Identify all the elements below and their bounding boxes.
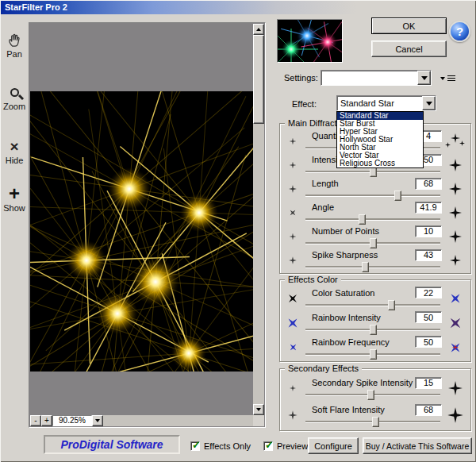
dropdown-item[interactable]: Vector Star	[337, 152, 423, 160]
slider-value-field[interactable]	[415, 336, 442, 348]
preview-frame: - + 90.25%	[29, 22, 266, 428]
x-star-icon	[448, 341, 463, 355]
group-title: Effects Color	[285, 275, 341, 284]
x-icon: ×	[10, 139, 18, 154]
slider-track[interactable]	[304, 390, 442, 400]
dropdown-item[interactable]: Star Burst	[337, 120, 423, 128]
magnifier-icon	[10, 88, 19, 97]
settings-label: Settings:	[284, 73, 318, 83]
window-title-bar: StarFilter Pro 2	[1, 1, 475, 14]
vertical-scroll-thumb[interactable]	[253, 35, 264, 124]
dropdown-item[interactable]: Standard Star	[337, 112, 423, 120]
ok-button[interactable]: OK	[371, 17, 447, 34]
slider-track[interactable]	[304, 349, 442, 360]
small-star-icon	[290, 138, 297, 145]
checkbox-box[interactable]: ✓	[190, 441, 200, 451]
slider-label: Color Saturation	[312, 288, 375, 298]
slider-value-field[interactable]	[415, 178, 442, 190]
slider-label: Secondary Spike Intensity	[312, 378, 413, 387]
slider-thumb[interactable]	[394, 191, 401, 201]
slider-thumb[interactable]	[370, 325, 377, 335]
slider-thumb[interactable]	[388, 300, 395, 310]
large-star-icon	[449, 230, 462, 243]
hide-tool-button[interactable]: × Hide	[0, 137, 29, 165]
slider-thumb[interactable]	[372, 417, 379, 427]
effects-color-group: Effects Color Color Saturation Rainbow I…	[279, 279, 471, 362]
preview-vertical-scrollbar[interactable]	[253, 24, 264, 415]
x-star-icon	[284, 314, 302, 332]
small-star-icon	[290, 162, 297, 169]
preview-canvas[interactable]	[30, 24, 255, 417]
effect-dropdown-list[interactable]: Standard Star Star Burst Hyper Star Holl…	[336, 111, 424, 168]
slider-track[interactable]	[304, 325, 442, 335]
zoom-level-display: 90.25%	[52, 415, 92, 426]
slider-groove	[305, 266, 440, 268]
slider-track[interactable]	[304, 191, 442, 201]
logo-text: ProDigital Software	[60, 438, 163, 451]
large-star-icon	[450, 255, 461, 266]
pan-tool-button[interactable]: Pan	[0, 30, 29, 59]
slider-thumb[interactable]	[359, 214, 366, 225]
slider-label: Soft Flare Intensity	[312, 405, 385, 414]
slider-track[interactable]	[304, 417, 442, 427]
slider-track[interactable]	[304, 238, 442, 248]
dropdown-item[interactable]: Hyper Star	[337, 128, 423, 136]
scroll-up-button[interactable]	[253, 24, 264, 35]
slider-value-field[interactable]	[415, 311, 442, 323]
zoom-dropdown-button[interactable]	[92, 415, 103, 426]
large-star-icon	[449, 206, 462, 219]
dropdown-item[interactable]: Hollywood Star	[337, 136, 423, 144]
pan-tool-label: Pan	[0, 49, 29, 59]
slider-track[interactable]	[304, 214, 442, 225]
small-star-icon	[287, 207, 298, 218]
slider-value-field[interactable]	[415, 202, 442, 214]
star-cluster-icon	[445, 133, 466, 149]
zoom-tool-button[interactable]: Zoom	[0, 83, 29, 111]
cancel-button[interactable]: Cancel	[371, 40, 447, 57]
triangle-up-icon	[256, 28, 261, 31]
slider-groove	[305, 218, 440, 220]
slider-value-field[interactable]	[415, 225, 442, 237]
slider-value-field[interactable]	[415, 404, 442, 416]
slider-thumb[interactable]	[362, 262, 369, 272]
zoom-out-button[interactable]: -	[30, 415, 41, 426]
slider-row: Secondary Spike Intensity	[283, 375, 467, 402]
zoom-in-button[interactable]: +	[41, 415, 52, 426]
slider-thumb[interactable]	[367, 390, 374, 400]
slider-row: Spike Sharpness	[283, 248, 467, 272]
slider-row: Rainbow Intensity	[283, 310, 467, 335]
configure-button[interactable]: Configure	[308, 437, 359, 454]
pan-hand-icon	[0, 30, 29, 49]
zoom-tool-label: Zoom	[0, 102, 29, 111]
triangle-down-icon	[256, 408, 261, 411]
help-button[interactable]: ?	[449, 21, 470, 42]
secondary-effects-group: Secondary Effects Secondary Spike Intens…	[279, 368, 471, 431]
slider-groove	[305, 194, 440, 196]
effect-thumbnail	[277, 19, 343, 63]
slider-value-field[interactable]	[415, 377, 442, 389]
preview-label: Preview	[277, 441, 308, 451]
slider-track[interactable]	[304, 300, 442, 310]
dropdown-arrow-button[interactable]	[417, 71, 431, 85]
preview-checkbox[interactable]: ✓ Preview	[263, 441, 308, 451]
settings-flyout-button[interactable]	[436, 72, 459, 84]
show-tool-button[interactable]: + Show	[0, 184, 29, 213]
effect-dropdown[interactable]: Standard Star	[336, 95, 436, 111]
slider-thumb[interactable]	[370, 349, 377, 360]
scroll-down-button[interactable]	[253, 404, 264, 415]
slider-value-field[interactable]	[415, 249, 442, 261]
show-tool-label: Show	[0, 203, 29, 213]
effect-dropdown-value: Standard Star	[340, 98, 394, 108]
dropdown-arrow-button[interactable]	[422, 96, 436, 110]
plus-icon: +	[9, 185, 20, 202]
settings-dropdown[interactable]	[321, 70, 432, 86]
prodigital-logo: ProDigital Software	[44, 435, 180, 454]
dropdown-item[interactable]: Religious Cross	[337, 160, 423, 167]
checkbox-box[interactable]: ✓	[263, 441, 273, 451]
slider-thumb[interactable]	[370, 238, 377, 248]
buy-activate-button[interactable]: Buy / Activate This Software	[363, 437, 472, 454]
effects-only-checkbox[interactable]: ✓ Effects Only	[190, 441, 251, 451]
dropdown-item[interactable]: North Star	[337, 144, 423, 152]
slider-value-field[interactable]	[415, 287, 442, 298]
slider-track[interactable]	[304, 262, 442, 272]
